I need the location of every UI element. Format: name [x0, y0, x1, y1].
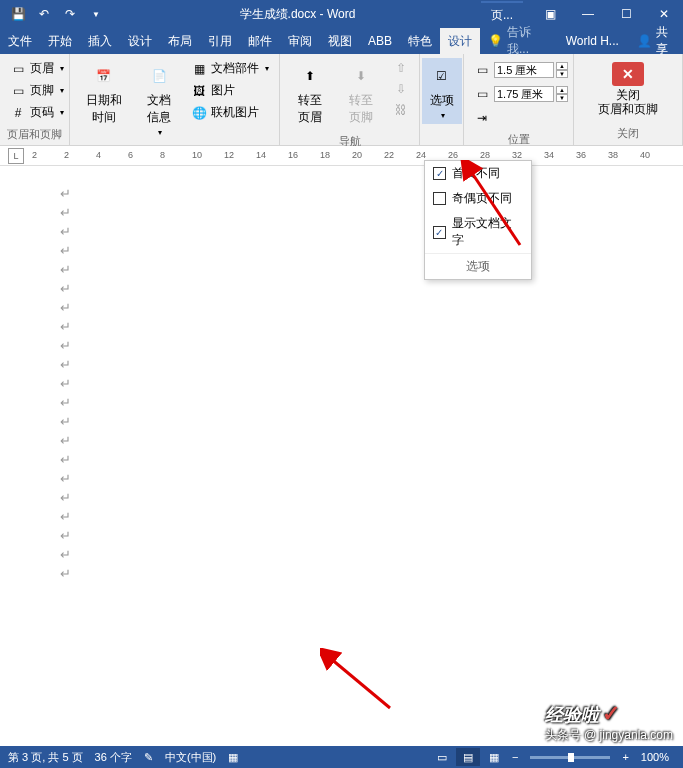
spin-down[interactable]: ▼ [556, 70, 568, 78]
bottom-margin-input[interactable] [494, 86, 554, 102]
checkbox-unchecked-icon [433, 192, 446, 205]
document-content[interactable]: ↵ ↵ ↵ ↵ ↵ ↵ ↵ ↵ ↵ ↵ ↵ ↵ ↵ ↵ ↵ ↵ ↵ ↵ ↵ ↵ … [0, 166, 683, 581]
horizontal-ruler[interactable]: L 22468101214161820222426283234363840 [0, 146, 683, 166]
ruler-tick: 36 [576, 150, 586, 160]
online-pic-button[interactable]: 🌐联机图片 [187, 102, 273, 123]
view-web-button[interactable]: ▦ [482, 748, 506, 766]
ruler-tick: 26 [448, 150, 458, 160]
status-page[interactable]: 第 3 页, 共 5 页 [8, 750, 83, 765]
datetime-button[interactable]: 📅 日期和时间 [76, 58, 132, 130]
picture-icon: 🖼 [191, 83, 207, 99]
tab-layout[interactable]: 布局 [160, 28, 200, 55]
print-layout-icon: ▤ [463, 751, 473, 764]
footer-bottom-margin[interactable]: ▭ ▲▼ [470, 84, 572, 104]
tab-file[interactable]: 文件 [0, 28, 40, 55]
close-icon: ✕ [659, 7, 669, 21]
header-button[interactable]: ▭页眉▾ [6, 58, 68, 79]
world-menu[interactable]: World H... [558, 29, 627, 53]
undo-icon: ↶ [39, 7, 49, 21]
docinfo-button[interactable]: 📄 文档信息 ▾ [136, 58, 183, 141]
link-prev: ⛓ [389, 100, 413, 120]
insert-alignment-tab[interactable]: ⇥ [470, 108, 572, 128]
top-margin-input[interactable] [494, 62, 554, 78]
save-button[interactable]: 💾 [6, 2, 30, 26]
checkbox-checked-icon: ✓ [433, 167, 446, 180]
goto-header-button[interactable]: ⬆ 转至页眉 [286, 58, 334, 130]
ruler-tick: 12 [224, 150, 234, 160]
paragraph-mark: ↵ [60, 357, 623, 372]
zoom-level[interactable]: 100% [635, 751, 675, 763]
group-label-hf: 页眉和页脚 [4, 125, 65, 144]
paragraph-mark: ↵ [60, 395, 623, 410]
opt-show-doc-text[interactable]: ✓ 显示文档文字 [425, 211, 531, 253]
chevron-down-icon: ▾ [441, 111, 445, 120]
goto-footer-button[interactable]: ⬇ 转至页脚 [338, 58, 386, 130]
footer-button[interactable]: ▭页脚▾ [6, 80, 68, 101]
pagenum-button[interactable]: #页码▾ [6, 102, 68, 123]
web-layout-icon: ▦ [489, 751, 499, 764]
header-top-margin[interactable]: ▭ ▲▼ [470, 60, 572, 80]
chevron-down-icon: ▾ [60, 86, 64, 95]
prev-icon: ⇧ [393, 60, 409, 76]
online-pic-icon: 🌐 [191, 105, 207, 121]
tab-hf-design[interactable]: 设计 [440, 28, 480, 55]
zoom-in-button[interactable]: + [618, 751, 632, 763]
tab-abbyy[interactable]: ABB [360, 29, 400, 53]
maximize-icon: ☐ [621, 7, 632, 21]
docparts-button[interactable]: ▦文档部件▾ [187, 58, 273, 79]
paragraph-mark: ↵ [60, 224, 623, 239]
paragraph-mark: ↵ [60, 509, 623, 524]
options-dropdown-menu: ✓ 首页不同 奇偶页不同 ✓ 显示文档文字 选项 [424, 160, 532, 280]
zoom-thumb[interactable] [568, 753, 574, 762]
group-label-close: 关闭 [578, 124, 678, 143]
options-dropdown-button[interactable]: ☑ 选项 ▾ [422, 58, 462, 124]
share-icon: 👤 [637, 34, 652, 48]
paragraph-mark: ↵ [60, 566, 623, 581]
tab-insert[interactable]: 插入 [80, 28, 120, 55]
tab-view[interactable]: 视图 [320, 28, 360, 55]
redo-button[interactable]: ↷ [58, 2, 82, 26]
undo-button[interactable]: ↶ [32, 2, 56, 26]
opt-different-first[interactable]: ✓ 首页不同 [425, 161, 531, 186]
goto-footer-icon: ⬇ [347, 62, 375, 90]
view-print-button[interactable]: ▤ [456, 748, 480, 766]
status-proofing-icon[interactable]: ✎ [144, 751, 153, 764]
header-icon: ▭ [10, 61, 26, 77]
ruler-tick: 10 [192, 150, 202, 160]
tab-mailings[interactable]: 邮件 [240, 28, 280, 55]
picture-button[interactable]: 🖼图片 [187, 80, 273, 101]
status-macro-icon[interactable]: ▦ [228, 751, 238, 764]
minimize-icon: ― [582, 7, 594, 21]
document-area[interactable]: ↵ ↵ ↵ ↵ ↵ ↵ ↵ ↵ ↵ ↵ ↵ ↵ ↵ ↵ ↵ ↵ ↵ ↵ ↵ ↵ … [0, 166, 683, 746]
zoom-out-button[interactable]: − [508, 751, 522, 763]
spin-down[interactable]: ▼ [556, 94, 568, 102]
ruler-tick: 2 [64, 150, 69, 160]
status-wordcount[interactable]: 36 个字 [95, 750, 132, 765]
spin-up[interactable]: ▲ [556, 86, 568, 94]
top-margin-icon: ▭ [474, 62, 490, 78]
qat-customize[interactable]: ▼ [84, 2, 108, 26]
view-read-button[interactable]: ▭ [430, 748, 454, 766]
chevron-down-icon: ▾ [60, 64, 64, 73]
tab-references[interactable]: 引用 [200, 28, 240, 55]
tab-home[interactable]: 开始 [40, 28, 80, 55]
paragraph-mark: ↵ [60, 471, 623, 486]
save-icon: 💾 [11, 7, 26, 21]
tab-review[interactable]: 审阅 [280, 28, 320, 55]
bottom-margin-icon: ▭ [474, 86, 490, 102]
tell-me-search[interactable]: 💡 告诉我... [480, 24, 558, 58]
calendar-icon: 📅 [90, 62, 118, 90]
status-language[interactable]: 中文(中国) [165, 750, 216, 765]
tab-special[interactable]: 特色 [400, 28, 440, 55]
zoom-slider[interactable] [530, 756, 610, 759]
ruler-tick: 6 [128, 150, 133, 160]
spin-up[interactable]: ▲ [556, 62, 568, 70]
next-icon: ⇩ [393, 81, 409, 97]
opt-different-odd-even[interactable]: 奇偶页不同 [425, 186, 531, 211]
redo-icon: ↷ [65, 7, 75, 21]
tab-design[interactable]: 设计 [120, 28, 160, 55]
ruler-tick: 18 [320, 150, 330, 160]
close-hf-button[interactable]: ✕ 关闭 页眉和页脚 [592, 58, 664, 121]
chevron-down-icon: ▾ [265, 64, 269, 73]
tab-selector[interactable]: L [8, 148, 24, 164]
